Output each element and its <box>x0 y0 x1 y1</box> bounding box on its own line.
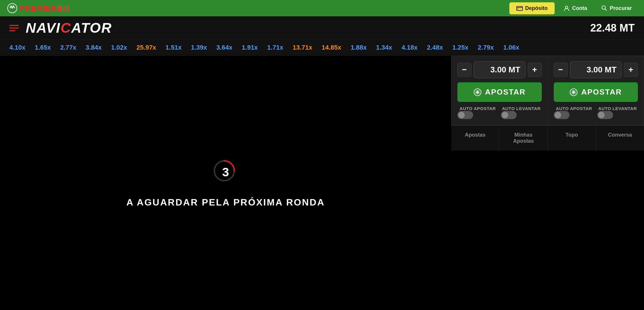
auto-row-2: AUTO APOSTAR AUTO LEVANTAR <box>554 106 638 119</box>
multiplier-value: 25.97x <box>136 44 156 51</box>
menu-hamburger[interactable] <box>9 25 19 31</box>
bet-panels: − 3.00 MT + APOSTAR AUTO APOSTAR AUTO LE… <box>451 56 644 125</box>
multiplier-value: 1.06x <box>503 44 519 51</box>
multiplier-value: 14.85x <box>322 44 341 51</box>
waiting-text: A AGUARDAR PELA PRÓXIMA RONDA <box>126 197 325 208</box>
auto-levantar-toggle-1[interactable] <box>501 111 517 119</box>
game-header-left: NAVICATOR <box>9 20 112 36</box>
amount-display-2: 3.00 MT <box>570 61 622 78</box>
amount-row-1: − 3.00 MT + <box>457 61 542 78</box>
deposito-button[interactable]: Depósito <box>509 2 555 14</box>
auto-row-1: AUTO APOSTAR AUTO LEVANTAR <box>457 106 542 119</box>
procurar-button[interactable]: Procurar <box>596 2 637 14</box>
auto-levantar-label-1: AUTO LEVANTAR <box>501 106 541 111</box>
tab-conversa[interactable]: Conversa <box>596 126 644 151</box>
right-panels: − 3.00 MT + APOSTAR AUTO APOSTAR AUTO LE… <box>451 56 644 310</box>
apostar-button-2[interactable]: APOSTAR <box>554 82 638 102</box>
bottom-tabs: Apostas MinhasApostas Topo Conversa <box>451 125 644 151</box>
top-navigation: PREMIERBet Depósito Conta Procurar <box>0 0 644 16</box>
tab-apostas[interactable]: Apostas <box>451 126 499 151</box>
countdown-number: 3 <box>222 165 229 179</box>
minus-button-1[interactable]: − <box>457 63 471 77</box>
multiplier-value: 1.02x <box>111 44 127 51</box>
svg-rect-1 <box>517 6 523 11</box>
multiplier-value: 13.71x <box>293 44 312 51</box>
auto-levantar-toggle-2[interactable] <box>597 111 613 119</box>
auto-apostar-label-1: AUTO APOSTAR <box>457 106 498 111</box>
plus-button-2[interactable]: + <box>624 63 638 77</box>
multiplier-value: 1.39x <box>191 44 207 51</box>
nav-right: Depósito Conta Procurar <box>509 2 637 14</box>
auto-apostar-label-2: AUTO APOSTAR <box>554 106 594 111</box>
game-header: NAVICATOR 22.48 MT <box>0 16 644 40</box>
multiplier-value: 1.34x <box>376 44 392 51</box>
bet-panel-2: − 3.00 MT + APOSTAR AUTO APOSTAR AUTO LE… <box>548 56 644 125</box>
amount-display-1: 3.00 MT <box>474 61 525 78</box>
svg-point-4 <box>602 6 605 9</box>
multiplier-value: 1.91x <box>242 44 258 51</box>
balance-display: 22.48 MT <box>590 22 635 34</box>
auto-levantar-label-2: AUTO LEVANTAR <box>597 106 638 111</box>
auto-apostar-toggle-1[interactable] <box>457 111 473 119</box>
conta-button[interactable]: Conta <box>558 2 592 14</box>
multiplier-value: 1.51x <box>166 44 182 51</box>
minus-button-2[interactable]: − <box>554 63 568 77</box>
countdown-container: 3 <box>213 159 239 185</box>
svg-point-3 <box>565 6 568 8</box>
multiplier-value: 4.18x <box>402 44 418 51</box>
multipliers-bar: 4.10x1.65x2.77x3.84x1.02x25.97x1.51x1.39… <box>0 40 644 56</box>
multiplier-value: 1.25x <box>452 44 468 51</box>
amount-row-2: − 3.00 MT + <box>554 61 638 78</box>
countdown-spinner: 3 <box>213 159 239 185</box>
multiplier-value: 2.48x <box>427 44 443 51</box>
multiplier-value: 3.64x <box>216 44 232 51</box>
multiplier-value: 2.77x <box>60 44 76 51</box>
multiplier-value: 1.65x <box>35 44 51 51</box>
plus-button-1[interactable]: + <box>528 63 542 77</box>
multiplier-value: 2.79x <box>478 44 494 51</box>
game-title: NAVICATOR <box>26 20 112 36</box>
game-center: 3 A AGUARDAR PELA PRÓXIMA RONDA <box>0 56 451 310</box>
svg-rect-2 <box>517 9 518 9</box>
tab-topo[interactable]: Topo <box>548 126 596 151</box>
game-area: 3 A AGUARDAR PELA PRÓXIMA RONDA − 3.00 M… <box>0 56 644 310</box>
tab-minhas-apostas[interactable]: MinhasApostas <box>499 126 548 151</box>
apostar-button-1[interactable]: APOSTAR <box>457 82 542 102</box>
logo: PREMIERBet <box>7 3 70 13</box>
multiplier-value: 3.84x <box>86 44 102 51</box>
multiplier-value: 4.10x <box>9 44 25 51</box>
multiplier-value: 1.88x <box>351 44 367 51</box>
auto-apostar-toggle-2[interactable] <box>554 111 570 119</box>
multiplier-value: 1.71x <box>267 44 283 51</box>
bet-panel-1: − 3.00 MT + APOSTAR AUTO APOSTAR AUTO LE… <box>451 56 548 125</box>
logo-text: PREMIERBet <box>20 4 70 13</box>
